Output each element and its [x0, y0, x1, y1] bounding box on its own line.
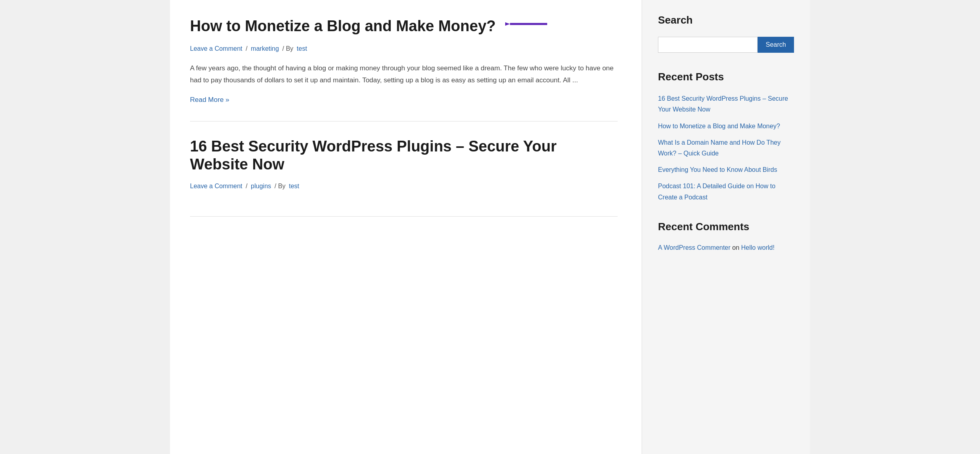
recent-comments-widget: Recent Comments A WordPress Commenter on… — [658, 219, 794, 253]
article-1-title: How to Monetize a Blog and Make Money? — [190, 16, 618, 36]
sidebar: Search Search Recent Posts 16 Best Secur… — [642, 0, 810, 454]
article-1-meta: Leave a Comment / marketing / By test — [190, 44, 618, 54]
recent-posts-list: 16 Best Security WordPress Plugins – Sec… — [658, 93, 794, 203]
meta-sep-2: / By — [282, 45, 295, 52]
article-2-title-text: 16 Best Security WordPress Plugins – Sec… — [190, 137, 618, 174]
list-item: Podcast 101: A Detailed Guide on How to … — [658, 181, 794, 202]
search-button[interactable]: Search — [758, 37, 794, 53]
list-item: How to Monetize a Blog and Make Money? — [658, 121, 794, 131]
article-2-title: 16 Best Security WordPress Plugins – Sec… — [190, 137, 618, 174]
search-widget: Search Search — [658, 12, 794, 53]
search-input[interactable] — [658, 37, 758, 53]
list-item: 16 Best Security WordPress Plugins – Sec… — [658, 93, 794, 115]
meta-sep-4: / By — [274, 183, 287, 189]
article-divider-2 — [190, 216, 618, 217]
article-1-excerpt: A few years ago, the thought of having a… — [190, 62, 618, 86]
article-1-title-text: How to Monetize a Blog and Make Money? — [190, 17, 496, 36]
recent-posts-widget: Recent Posts 16 Best Security WordPress … — [658, 69, 794, 203]
article-2-author[interactable]: test — [289, 183, 299, 189]
article-1-read-more[interactable]: Read More » — [190, 96, 229, 104]
article-1-author[interactable]: test — [297, 45, 307, 52]
main-content: How to Monetize a Blog and Make Money? L… — [170, 0, 642, 454]
recent-post-link-3[interactable]: What Is a Domain Name and How Do They Wo… — [658, 139, 781, 157]
recent-post-link-2[interactable]: How to Monetize a Blog and Make Money? — [658, 123, 780, 129]
page-wrapper: How to Monetize a Blog and Make Money? L… — [170, 0, 810, 454]
recent-post-link-5[interactable]: Podcast 101: A Detailed Guide on How to … — [658, 183, 776, 200]
comment-post-link-1[interactable]: Hello world! — [741, 244, 775, 251]
article-1-category[interactable]: marketing — [251, 45, 279, 52]
article-1-leave-comment[interactable]: Leave a Comment — [190, 45, 242, 52]
meta-sep-3: / — [246, 183, 249, 189]
article-2-category[interactable]: plugins — [251, 183, 271, 189]
list-item: What Is a Domain Name and How Do They Wo… — [658, 137, 794, 159]
article-divider-1 — [190, 121, 618, 121]
search-widget-title: Search — [658, 12, 794, 29]
commenter-link-1[interactable]: A WordPress Commenter — [658, 244, 730, 251]
arrow-icon — [505, 16, 549, 36]
recent-post-link-1[interactable]: 16 Best Security WordPress Plugins – Sec… — [658, 95, 788, 113]
article-2: 16 Best Security WordPress Plugins – Sec… — [190, 137, 618, 216]
meta-sep-1: / — [246, 45, 249, 52]
list-item: A WordPress Commenter on Hello world! — [658, 243, 794, 253]
recent-comments-list: A WordPress Commenter on Hello world! — [658, 243, 794, 253]
list-item: Everything You Need to Know About Birds — [658, 164, 794, 175]
recent-post-link-4[interactable]: Everything You Need to Know About Birds — [658, 166, 777, 173]
search-container: Search — [658, 37, 794, 53]
article-1: How to Monetize a Blog and Make Money? L… — [190, 16, 618, 121]
recent-comments-title: Recent Comments — [658, 219, 794, 235]
article-2-leave-comment[interactable]: Leave a Comment — [190, 183, 242, 189]
recent-posts-title: Recent Posts — [658, 69, 794, 86]
comment-on-text: on — [732, 244, 741, 251]
article-2-meta: Leave a Comment / plugins / By test — [190, 181, 618, 191]
